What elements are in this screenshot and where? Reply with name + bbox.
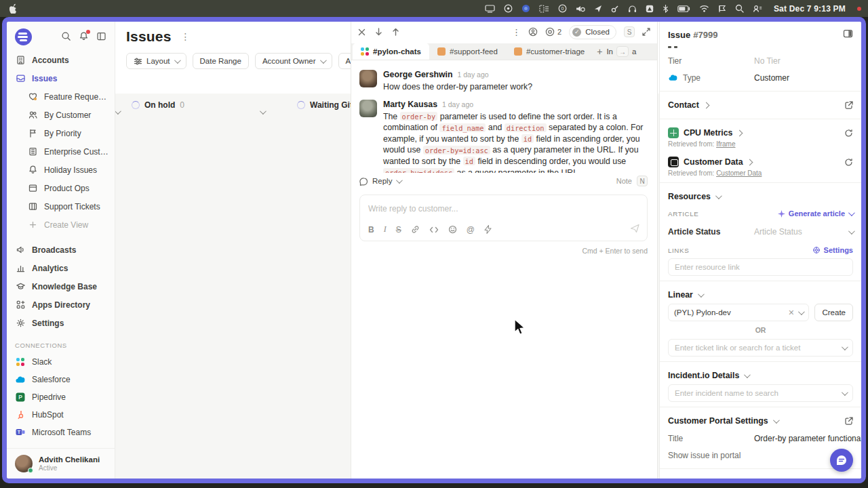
collapse-chevron-icon[interactable] xyxy=(115,108,121,115)
tab-customer-triage[interactable]: #customer-triage xyxy=(506,43,593,60)
add-tab-icon[interactable]: + xyxy=(593,46,606,57)
sidebar-view-product-ops[interactable]: Product Ops xyxy=(7,179,115,197)
italic-button[interactable]: I xyxy=(384,224,387,235)
tier-field[interactable]: Tier No Tier xyxy=(668,52,853,69)
user-profile[interactable]: Advith Chelikani Active xyxy=(7,448,115,479)
recent-issues-section[interactable]: Recent Issues xyxy=(668,474,853,479)
code-button[interactable] xyxy=(429,226,439,234)
display-mirroring-icon[interactable] xyxy=(485,5,495,13)
more-options-icon[interactable]: ⋮ xyxy=(512,27,521,37)
note-label[interactable]: Note xyxy=(616,177,632,185)
resource-link-input[interactable] xyxy=(668,258,853,276)
sidebar-item-broadcasts[interactable]: Broadcasts xyxy=(7,241,115,259)
tab-pylon-chats[interactable]: #pylon-chats xyxy=(353,43,429,60)
screen-record-icon[interactable] xyxy=(504,4,513,13)
menubar-clock[interactable]: Sat Dec 7 9:13 PM xyxy=(774,4,846,14)
sidebar-view-by-customer[interactable]: By Customer xyxy=(7,106,115,124)
clear-icon[interactable]: ✕ xyxy=(788,308,794,317)
headphones-icon[interactable] xyxy=(628,5,637,13)
create-view-button[interactable]: Create View xyxy=(7,216,115,234)
shield-app-icon[interactable] xyxy=(646,5,654,13)
connection-pipedrive[interactable]: P Pipedrive xyxy=(7,388,115,406)
apple-menu-icon[interactable] xyxy=(9,3,18,14)
battery-icon[interactable] xyxy=(677,5,690,12)
app-status-icon[interactable] xyxy=(521,4,530,13)
portal-title-field[interactable]: Title Order-by parameter functionality e… xyxy=(668,430,853,447)
refresh-icon[interactable] xyxy=(844,158,853,167)
spotlight-search-icon[interactable] xyxy=(735,4,744,13)
account-owner-filter-button[interactable]: Account Owner xyxy=(255,53,332,69)
connection-salesforce[interactable]: Salesforce xyxy=(7,371,115,388)
linear-ticket-input[interactable] xyxy=(668,339,853,357)
page-menu-icon[interactable]: ⋮ xyxy=(181,31,191,42)
sidebar-view-enterprise[interactable]: Enterprise Cust… xyxy=(7,142,115,161)
linear-section[interactable]: Linear xyxy=(668,286,853,304)
message-avatar[interactable] xyxy=(359,100,377,117)
link-button[interactable] xyxy=(411,225,420,234)
linear-project-select[interactable]: (PYL) Pylon-dev ✕ xyxy=(668,304,809,321)
connection-hubspot[interactable]: HubSpot xyxy=(7,406,115,424)
wrench-icon[interactable] xyxy=(611,5,619,13)
sidebar-item-settings[interactable]: Settings xyxy=(7,314,115,332)
close-icon[interactable] xyxy=(358,28,366,36)
connection-slack[interactable]: Slack xyxy=(7,353,115,371)
linear-create-button[interactable]: Create xyxy=(814,304,853,321)
search-icon[interactable] xyxy=(61,31,71,43)
chat-widget-fab[interactable] xyxy=(830,449,853,472)
external-link-icon[interactable] xyxy=(845,101,853,109)
stage-manager-icon[interactable] xyxy=(539,5,549,13)
expand-icon[interactable] xyxy=(642,28,650,36)
incident-search-input[interactable] xyxy=(668,384,853,402)
assign-user-icon[interactable] xyxy=(528,27,538,37)
tab-support-feed[interactable]: #support-feed xyxy=(429,43,506,60)
volume-icon[interactable] xyxy=(576,5,585,13)
watchers-icon[interactable]: 2 xyxy=(545,27,561,37)
resources-section[interactable]: Resources xyxy=(668,188,853,205)
article-status-field[interactable]: Article Status Article Status xyxy=(668,222,853,242)
bold-button[interactable]: B xyxy=(368,225,374,235)
source-link[interactable]: Iframe xyxy=(716,140,735,148)
contact-section[interactable]: Contact xyxy=(668,96,853,114)
reply-input[interactable] xyxy=(368,204,640,214)
user-switch-icon[interactable] xyxy=(753,5,762,13)
message-avatar[interactable] xyxy=(359,70,377,87)
type-field[interactable]: Type Customer xyxy=(668,69,853,86)
customer-data-section[interactable]: Customer Data xyxy=(668,153,853,171)
links-settings-button[interactable]: Settings xyxy=(812,246,853,254)
connection-microsoft-teams[interactable]: T Microsoft Teams xyxy=(7,424,115,441)
arrow-down-icon[interactable] xyxy=(375,28,382,36)
reply-mode-button[interactable]: Reply xyxy=(359,177,401,186)
arrow-up-icon[interactable] xyxy=(392,28,399,36)
sidebar-view-holiday-issues[interactable]: Holiday Issues xyxy=(7,161,115,179)
status-closed-pill[interactable]: ✓ Closed xyxy=(569,25,616,39)
portal-settings-section[interactable]: Customer Portal Settings xyxy=(668,412,853,430)
cpu-metrics-section[interactable]: CPU Metrics xyxy=(668,124,853,142)
pylon-logo[interactable] xyxy=(15,28,32,45)
incident-section[interactable]: Incident.io Details xyxy=(668,367,853,384)
sidebar-item-issues[interactable]: Issues xyxy=(7,69,115,87)
send-button[interactable] xyxy=(630,224,640,235)
zero-badge-icon[interactable]: 0 xyxy=(558,4,567,13)
panel-toggle-icon[interactable] xyxy=(843,29,853,40)
layout-filter-button[interactable]: Layout xyxy=(126,53,186,69)
date-range-filter-button[interactable]: Date Range xyxy=(193,53,249,69)
panel-layout-icon[interactable] xyxy=(96,31,106,43)
sidebar-view-by-priority[interactable]: By Priority xyxy=(7,124,115,142)
strikethrough-button[interactable]: S xyxy=(396,225,401,235)
refresh-icon[interactable] xyxy=(844,129,853,138)
source-link[interactable]: Customer Data xyxy=(716,169,762,177)
sidebar-view-support-tickets[interactable]: Support Tickets xyxy=(7,197,115,216)
location-icon[interactable] xyxy=(594,5,602,13)
generate-article-button[interactable]: Generate article xyxy=(778,209,853,218)
collapse-chevron-icon[interactable] xyxy=(260,108,267,115)
sidebar-item-analytics[interactable]: Analytics xyxy=(7,259,115,277)
mention-button[interactable]: @ xyxy=(467,225,475,235)
sidebar-view-feature-requests[interactable]: Feature Reque… xyxy=(7,87,115,106)
external-link-icon[interactable] xyxy=(845,417,853,425)
sidebar-item-accounts[interactable]: Accounts xyxy=(7,51,115,69)
sidebar-item-apps-directory[interactable]: Apps Directory xyxy=(7,296,115,314)
tab-overflow[interactable]: In → a xyxy=(606,46,636,57)
ai-assist-button[interactable] xyxy=(484,225,492,234)
sidebar-item-knowledge-base[interactable]: Knowledge Base xyxy=(7,277,115,296)
bluetooth-icon[interactable] xyxy=(663,4,669,13)
